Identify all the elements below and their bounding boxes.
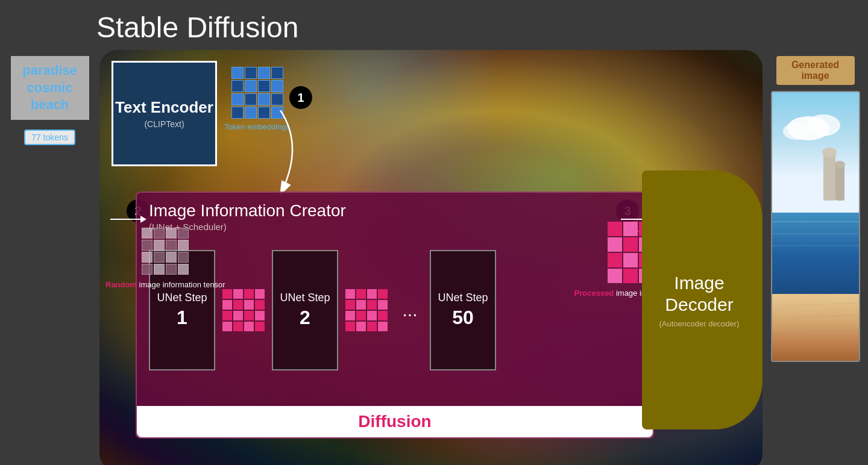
token-cell xyxy=(231,67,244,79)
svg-rect-3 xyxy=(772,92,860,213)
unet-step-2: UNet Step 2 xyxy=(272,250,338,370)
page-title: Stable Diffusion xyxy=(0,0,868,50)
text-encoder-box: Text Encoder (CLIPText) xyxy=(112,61,217,166)
diffusion-bar: Diffusion xyxy=(137,406,653,437)
token-cell xyxy=(258,107,270,119)
token-cell xyxy=(245,80,257,92)
pink-grid-1 xyxy=(222,289,265,331)
svg-point-5 xyxy=(807,114,840,136)
random-tensor-grid xyxy=(142,228,189,275)
tokens-badge: 77 tokens xyxy=(24,130,75,145)
text-encoder-subtitle: (CLIPText) xyxy=(144,119,184,129)
token-cell xyxy=(231,107,244,119)
token-cell xyxy=(271,80,283,92)
svg-point-10 xyxy=(834,161,845,168)
arrow-2-head xyxy=(140,216,146,223)
generated-image xyxy=(771,91,860,362)
pink-grid-2 xyxy=(345,289,388,331)
unet-step-50: UNet Step 50 xyxy=(430,250,496,370)
dots-separator: ... xyxy=(395,300,425,320)
token-cell xyxy=(258,93,270,105)
top-section: Text Encoder (CLIPText) xyxy=(112,61,290,166)
iic-title: Image Information Creator xyxy=(137,193,653,220)
token-cell xyxy=(231,80,244,92)
diffusion-label: Diffusion xyxy=(358,412,431,431)
svg-rect-8 xyxy=(835,164,844,201)
arrow-2 xyxy=(110,216,146,223)
processed-highlight: Processed xyxy=(574,289,614,298)
token-cell xyxy=(258,80,270,92)
token-cell xyxy=(231,93,244,105)
main-container: paradise cosmic beach 77 tokens 1 2 3 Te… xyxy=(0,50,868,465)
token-cell xyxy=(245,107,257,119)
token-embeddings-section: Token embeddings xyxy=(224,67,290,131)
beach-scene-svg xyxy=(772,92,860,362)
svg-rect-15 xyxy=(772,294,860,362)
prompt-text: paradise cosmic beach xyxy=(11,56,89,120)
right-panel: Generated image xyxy=(769,50,862,362)
token-label: Token embeddings xyxy=(224,122,290,131)
svg-point-9 xyxy=(822,148,837,157)
svg-rect-7 xyxy=(823,152,835,201)
image-decoder-box: Image Decoder (Autoencoder decoder) xyxy=(642,170,763,429)
token-cell xyxy=(271,93,283,105)
svg-point-6 xyxy=(783,123,810,140)
decoder-title: Image Decoder xyxy=(648,272,750,316)
token-grid xyxy=(231,67,283,119)
random-tensor-label: Random image information tensor xyxy=(105,279,225,290)
token-cell xyxy=(258,67,270,79)
random-tensor-area: Random image information tensor xyxy=(105,228,225,290)
generated-label: Generated image xyxy=(776,56,855,85)
text-encoder-title: Text Encoder xyxy=(115,98,213,117)
arrow-2-line xyxy=(110,219,140,220)
step-circle-1: 1 xyxy=(289,86,312,109)
random-highlight: Random xyxy=(105,280,137,289)
diagram-area: 1 2 3 Text Encoder (CLIPText) xyxy=(99,50,763,465)
token-cell xyxy=(271,107,283,119)
token-cell xyxy=(245,93,257,105)
token-cell xyxy=(245,67,257,79)
token-cell xyxy=(271,67,283,79)
left-sidebar: paradise cosmic beach 77 tokens xyxy=(6,50,93,145)
svg-rect-11 xyxy=(772,213,860,297)
decoder-subtitle: (Autoencoder decoder) xyxy=(659,319,740,328)
